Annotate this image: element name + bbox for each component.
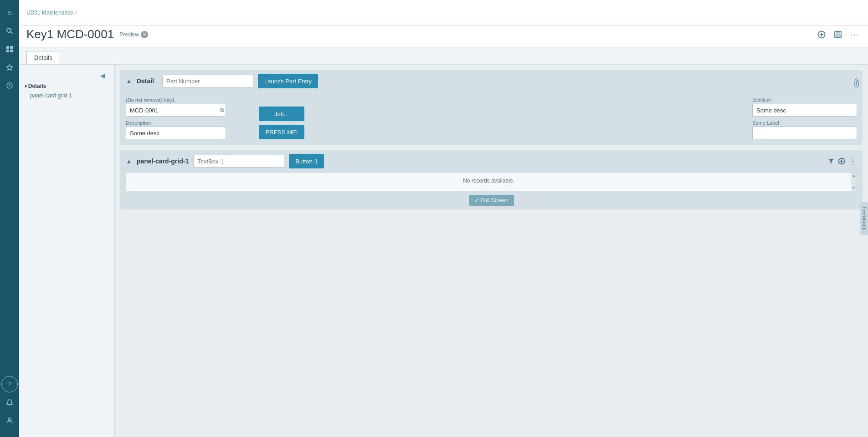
attachment-icon[interactable] — [854, 78, 861, 90]
grid-scrollbar[interactable]: ▲ ▼ — [851, 173, 857, 191]
add-row-button[interactable] — [838, 158, 845, 165]
breadcrumb-parent[interactable]: UD01 Maintenance — [26, 10, 73, 16]
grid-card: ▲ panel-card-grid-1 Button-1 — [120, 150, 863, 209]
home-icon[interactable]: ⌂ — [1, 5, 18, 21]
main-panel: ▲ Detail Launch Part Entry (Do not remov… — [115, 65, 868, 437]
star-icon[interactable] — [1, 59, 18, 76]
sidebar: ⌂ ? — [0, 0, 19, 437]
detail-collapse-icon[interactable]: ▲ — [126, 77, 132, 85]
some-label-label: Some Label — [752, 120, 857, 126]
detail-card: ▲ Detail Launch Part Entry (Do not remov… — [120, 70, 863, 145]
textbox-1-input[interactable] — [193, 155, 284, 168]
grid-card-header: ▲ panel-card-grid-1 Button-1 — [120, 150, 863, 172]
help-icon[interactable]: ? — [1, 376, 18, 392]
grid-card-title: panel-card-grid-1 — [137, 158, 189, 165]
svg-point-8 — [8, 418, 11, 421]
svg-rect-3 — [10, 46, 13, 49]
some-label-field-group: Some Label — [752, 120, 857, 139]
button-1[interactable]: Button-1 — [289, 154, 324, 168]
jobnum-field-group: JobNum — [752, 97, 857, 117]
grid-table: No records available. ▲ ▼ — [126, 172, 857, 191]
svg-rect-14 — [836, 35, 840, 37]
filter-icon[interactable] — [828, 158, 834, 164]
svg-rect-2 — [6, 46, 9, 49]
detail-card-header: ▲ Detail Launch Part Entry — [120, 70, 863, 92]
key1-field-group: (Do not remove) Key1 ⧉ — [126, 97, 226, 117]
description-input[interactable] — [126, 127, 226, 139]
fullscreen-label: Full Screen — [481, 197, 508, 203]
main-container: UD01 Maintenance › Key1 MCD-0001 Preview… — [19, 0, 868, 437]
scroll-down-arrow[interactable]: ▼ — [852, 186, 856, 190]
part-number-input[interactable] — [162, 75, 253, 87]
detail-card-body: (Do not remove) Key1 ⧉ Description — [120, 92, 863, 145]
svg-rect-5 — [10, 50, 13, 52]
svg-line-1 — [10, 32, 12, 34]
some-label-input[interactable] — [752, 127, 857, 139]
svg-point-0 — [7, 28, 11, 32]
search-icon[interactable] — [1, 23, 18, 39]
history-icon[interactable] — [1, 77, 18, 94]
preview-badge[interactable]: Preview — [119, 31, 139, 38]
key1-input[interactable] — [126, 104, 226, 117]
more-options-button[interactable]: ⋯ — [848, 28, 861, 41]
header-actions: ⋯ — [815, 28, 861, 41]
page-title-row: Key1 MCD-0001 Preview ✕ ⋯ — [19, 25, 868, 47]
top-header: UD01 Maintenance › — [19, 0, 868, 25]
job-button[interactable]: Job... — [259, 107, 304, 121]
fullscreen-button[interactable]: ⤢ Full Screen — [469, 195, 514, 206]
svg-rect-13 — [836, 31, 840, 34]
nav-item-panel-card-grid-1[interactable]: panel-card-grid-1 — [19, 91, 114, 100]
svg-rect-4 — [6, 50, 9, 52]
grid-collapse-icon[interactable]: ▲ — [126, 158, 132, 165]
grid-header-actions: ⋮ — [828, 156, 857, 166]
save-button[interactable] — [832, 28, 844, 41]
preview-close-button[interactable]: ✕ — [141, 31, 148, 38]
copy-icon[interactable]: ⧉ — [220, 107, 224, 113]
svg-marker-15 — [828, 159, 834, 163]
nav-panel: ◀ Details panel-card-grid-1 — [19, 65, 115, 437]
add-record-button[interactable] — [815, 28, 828, 41]
content-area: ◀ Details panel-card-grid-1 ▲ Detail Lau… — [19, 65, 868, 437]
description-label: Description — [126, 120, 226, 126]
nav-section-details[interactable]: Details — [19, 81, 114, 91]
feedback-tab[interactable]: Feedback — [860, 202, 868, 235]
tab-details[interactable]: Details — [26, 51, 60, 64]
nav-collapse-button[interactable]: ◀ — [100, 72, 105, 79]
breadcrumb-separator: › — [75, 10, 77, 16]
press-me-button[interactable]: PRESS ME! — [259, 125, 304, 139]
launch-part-entry-button[interactable]: Launch Part Entry — [258, 74, 318, 88]
grid-icon[interactable] — [1, 41, 18, 57]
key1-label: (Do not remove) Key1 — [126, 97, 226, 103]
page-title: Key1 MCD-0001 — [26, 27, 114, 41]
svg-marker-6 — [7, 65, 12, 70]
scroll-up-arrow[interactable]: ▲ — [852, 173, 856, 178]
fullscreen-icon: ⤢ — [474, 197, 479, 203]
no-records-text: No records available. — [463, 178, 514, 184]
jobnum-input[interactable] — [752, 104, 857, 117]
grid-footer: ⤢ Full Screen — [120, 191, 863, 209]
tabs-row: Details — [19, 47, 868, 65]
user-icon[interactable] — [1, 412, 18, 429]
detail-card-title: Detail — [137, 77, 154, 85]
jobnum-label: JobNum — [752, 97, 857, 103]
detail-form-row: (Do not remove) Key1 ⧉ Description — [126, 97, 857, 139]
grid-more-icon[interactable]: ⋮ — [849, 156, 857, 166]
notification-icon[interactable] — [1, 394, 18, 411]
description-field-group: Description — [126, 120, 226, 139]
